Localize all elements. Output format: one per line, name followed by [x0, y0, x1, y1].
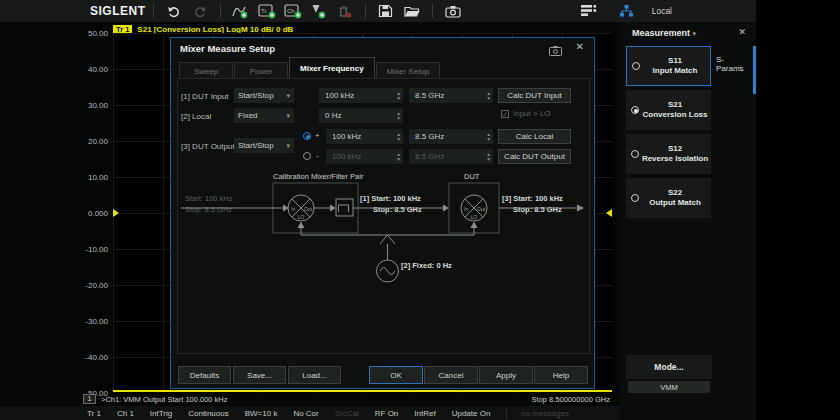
svg-text:Ch: Ch	[287, 8, 295, 14]
save-button[interactable]: Save...	[233, 366, 286, 384]
local-frequency-value: 0 Hz	[325, 111, 341, 120]
help-button[interactable]: Help	[534, 366, 588, 384]
reference-level-marker-left	[113, 209, 119, 217]
tab-mixer-frequency[interactable]: Mixer Frequency	[289, 57, 375, 79]
spinner-icon[interactable]: ▴▾	[487, 91, 490, 100]
channel-badge[interactable]: 1	[83, 394, 96, 404]
spinner-icon[interactable]: ▴▾	[397, 91, 400, 100]
chevron-down-icon[interactable]: ▾	[693, 30, 697, 37]
dut-output-plus-stop-field[interactable]: 8.5 GHz ▴▾	[409, 129, 493, 144]
s11-radio[interactable]	[632, 62, 640, 70]
input-gt-lo-checkbox[interactable]: ✓ Input > LO	[501, 109, 551, 118]
status-sweep-mode[interactable]: Continuous	[188, 409, 228, 418]
tab-s-params[interactable]: S-Params	[716, 48, 750, 80]
local-mode-dropdown[interactable]: Fixed ▾	[234, 108, 294, 123]
status-message: no messages	[521, 409, 569, 418]
panel-close-icon[interactable]: ✕	[738, 27, 746, 37]
trace-line	[113, 390, 612, 392]
spinner-icon[interactable]: ▴▾	[397, 152, 400, 161]
s21-radio[interactable]	[631, 106, 639, 114]
defaults-button[interactable]: Defaults	[178, 366, 231, 384]
dut-input-start-field[interactable]: 100 kHz ▴▾	[319, 88, 403, 103]
dut-input-mode-dropdown[interactable]: Start/Stop ▾	[234, 88, 294, 103]
diagram-cal-box-label: Calibration Mixer/Filter Pair	[273, 172, 364, 181]
chevron-down-icon: ▾	[286, 92, 290, 100]
mixer-lo-label: LO	[298, 214, 305, 220]
measurement-item-s22[interactable]: S22Output Match	[626, 178, 711, 218]
toolbar-divider	[365, 4, 366, 18]
dut-input-stop-field[interactable]: 8.5 GHz ▴▾	[409, 88, 493, 103]
tab-mixer-setup[interactable]: Mixer Setup	[376, 62, 441, 79]
display-layout-icon[interactable]	[579, 2, 599, 20]
mixer-out-label: Out	[304, 206, 313, 212]
s11-label: S11Input Match	[640, 56, 710, 76]
dut-input-start-value: 100 kHz	[325, 91, 354, 100]
calc-local-button[interactable]: Calc Local	[498, 129, 571, 144]
apply-button[interactable]: Apply	[479, 366, 533, 384]
y-axis-label: 50.00	[62, 29, 108, 38]
dialog-tabs: Sweep Power Mixer Frequency Mixer Setup	[179, 56, 441, 79]
dut-output-minus-start-value: 100 kHz	[332, 152, 361, 161]
status-reference[interactable]: IntRef	[414, 409, 435, 418]
diagram-dut-label: DUT	[464, 172, 480, 181]
save-icon[interactable]	[376, 2, 396, 20]
spinner-icon[interactable]: ▴▾	[487, 132, 490, 141]
dut-output-minus-start-field[interactable]: 100 kHz ▴▾	[326, 149, 403, 164]
calc-dut-output-button[interactable]: Calc DUT Output	[498, 149, 571, 164]
mode-button[interactable]: Mode...	[626, 355, 712, 379]
mode-value-badge: VMM	[628, 381, 710, 393]
local-frequency-field[interactable]: 0 Hz ▴▾	[319, 108, 403, 123]
tab-power[interactable]: Power	[234, 62, 288, 79]
dut-output-minus-radio[interactable]	[303, 152, 311, 160]
status-rf[interactable]: RF On	[375, 409, 399, 418]
add-trace-curve-icon[interactable]	[231, 2, 251, 20]
s22-label: S22Output Match	[639, 188, 711, 208]
cancel-button[interactable]: Cancel	[424, 366, 478, 384]
top-toolbar: SIGLENT Tr Ch	[0, 0, 756, 22]
measurement-item-s12[interactable]: S12Reverse Isolation	[626, 134, 711, 174]
status-bandwidth[interactable]: BW=10 k	[245, 409, 278, 418]
dut-output-minus-stop-field[interactable]: 8.5 GHz ▴▾	[409, 149, 493, 164]
dut-output-plus-radio[interactable]	[303, 132, 311, 140]
dialog-close-icon[interactable]: ✕	[576, 41, 584, 52]
diagram-stage3-stop: Stop: 8.5 GHz	[513, 205, 562, 214]
add-marker-icon[interactable]	[309, 2, 329, 20]
undo-icon[interactable]	[164, 2, 184, 20]
status-srccal[interactable]: SrcCal	[335, 409, 359, 418]
dialog-screenshot-icon[interactable]	[549, 42, 562, 60]
load-button[interactable]: Load...	[288, 366, 341, 384]
tab-sweep[interactable]: Sweep	[179, 62, 233, 79]
redo-icon[interactable]	[190, 2, 210, 20]
spinner-icon[interactable]: ▴▾	[397, 111, 400, 120]
s22-radio[interactable]	[631, 194, 639, 202]
channel-start-readout: >Ch1: VMM Output Start 100.000 kHz	[101, 395, 228, 404]
s12-radio[interactable]	[631, 150, 639, 158]
y-axis-label: -30.00	[62, 317, 108, 326]
measurement-panel-title: Measurement ▾	[632, 28, 696, 38]
status-channel[interactable]: Ch 1	[117, 409, 134, 418]
ok-button[interactable]: OK	[369, 366, 423, 384]
spinner-icon[interactable]: ▴▾	[487, 152, 490, 161]
y-axis-label: 40.00	[62, 65, 108, 74]
status-update[interactable]: Update On	[452, 409, 491, 418]
dut-output-mode-dropdown[interactable]: Start/Stop ▾	[234, 138, 294, 153]
spinner-icon[interactable]: ▴▾	[397, 132, 400, 141]
delete-icon[interactable]	[335, 2, 355, 20]
add-trace-window-icon[interactable]: Tr	[257, 2, 277, 20]
add-channel-icon[interactable]: Ch	[283, 2, 303, 20]
dut-output-plus-start-field[interactable]: 100 kHz ▴▾	[326, 129, 403, 144]
open-folder-icon[interactable]	[402, 2, 422, 20]
network-lan-icon[interactable]	[617, 2, 637, 20]
status-correction[interactable]: No Cor	[293, 409, 318, 418]
dut-input-label: [1] DUT Input	[181, 92, 228, 101]
measurement-item-s11[interactable]: S11Input Match	[626, 46, 711, 86]
toolbar-divider	[220, 4, 221, 18]
minus-sign: -	[316, 151, 319, 160]
status-trigger[interactable]: IntTrig	[150, 409, 172, 418]
channel-stop-readout: Stop 8.500000000 GHz	[532, 395, 610, 404]
status-trace[interactable]: Tr 1	[87, 409, 101, 418]
dut-input-mode-value: Start/Stop	[238, 91, 274, 100]
screenshot-camera-icon[interactable]	[443, 2, 463, 20]
calc-dut-input-button[interactable]: Calc DUT Input	[498, 88, 571, 103]
measurement-item-s21[interactable]: S21Conversion Loss	[626, 90, 711, 130]
